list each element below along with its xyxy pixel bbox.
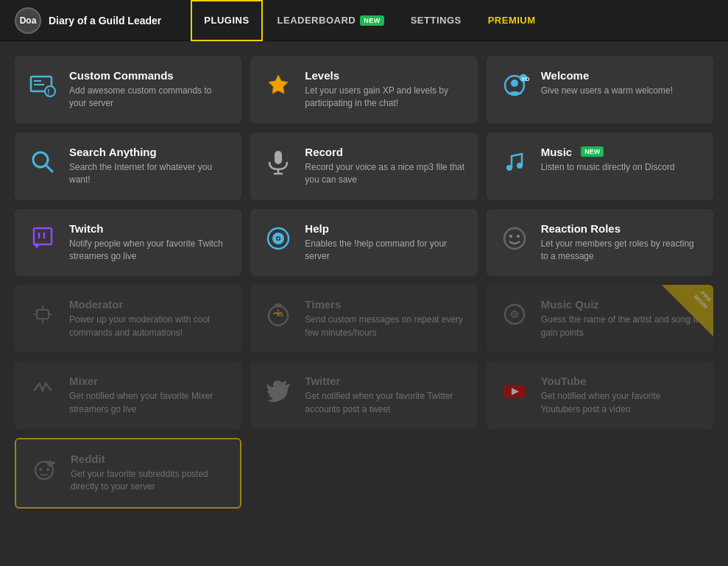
plugin-desc-custom-commands: Add awesome custom commands to your serv… (69, 85, 230, 110)
plugin-card-twitch[interactable]: Twitch Notify people when your favorite … (15, 209, 241, 277)
plugin-card-mixer[interactable]: Mixer Get notified when your favorite Mi… (15, 361, 241, 429)
plugin-name-reddit: Reddit (71, 453, 228, 465)
plugin-card-music-quiz[interactable]: PREMIUM Music Quiz Guess the name of the… (487, 285, 713, 353)
plugin-info-help: Help Enables the !help command for your … (305, 222, 465, 263)
plugin-card-reaction-roles[interactable]: Reaction Roles Let your members get role… (487, 209, 713, 277)
svg-point-42 (39, 468, 42, 471)
svg-point-6 (511, 79, 518, 87)
plugin-name-moderator: Moderator (69, 298, 230, 311)
plugin-info-moderator: Moderator Power up your moderation with … (69, 298, 230, 339)
plugin-card-record[interactable]: Record Record your voice as a nice mp3 f… (250, 132, 477, 200)
plugin-icon-musicquiz (498, 298, 531, 330)
plugin-info-timers: Timers Send custom messages on repeat ev… (305, 298, 465, 339)
plugin-desc-twitch: Notify people when your favorite Twitch … (69, 238, 230, 263)
plugin-desc-levels: Let your users gain XP and levels by par… (305, 85, 465, 110)
svg-point-23 (504, 228, 525, 249)
plugin-card-custom-commands[interactable]: ! Custom Commands Add awesome custom com… (15, 56, 241, 124)
svg-text:!: ! (47, 88, 50, 96)
plugin-desc-music: Listen to music directly on Discord (541, 161, 702, 174)
svg-text:YO: YO (521, 76, 529, 82)
plugin-info-search-anything: Search Anything Search the Internet for … (69, 146, 230, 187)
main-content: ! Custom Commands Add awesome custom com… (0, 41, 728, 523)
nav-link-settings[interactable]: SETTINGS (399, 0, 473, 41)
svg-point-43 (46, 468, 49, 471)
plugin-name-levels: Levels (305, 69, 465, 82)
nav-brand: Doa Diary of a Guild Leader (15, 7, 161, 34)
plugin-name-welcome: Welcome (541, 69, 702, 82)
plugin-info-mixer: Mixer Get notified when your favorite Mi… (69, 375, 230, 416)
plugin-desc-record: Record your voice as a nice mp3 file tha… (305, 161, 465, 187)
plugin-card-welcome[interactable]: YO Welcome Give new users a warm welcome… (487, 56, 713, 124)
plugin-info-custom-commands: Custom Commands Add awesome custom comma… (69, 69, 230, 110)
plugin-desc-reaction-roles: Let your members get roles by reacting t… (541, 238, 702, 263)
plugin-icon-levels (262, 69, 294, 102)
plugin-card-levels[interactable]: Levels Let your users gain XP and levels… (250, 56, 477, 124)
plugin-name-search-anything: Search Anything (69, 146, 230, 158)
plugin-info-twitch: Twitch Notify people when your favorite … (69, 222, 230, 263)
plugin-icon-moderator (26, 298, 59, 330)
plugin-name-custom-commands: Custom Commands (69, 69, 230, 82)
nav-logo-text: Doa (20, 15, 37, 26)
plugin-name-music: MusicNEW (541, 146, 702, 158)
plugin-info-youtube: YouTube Get notified when your favorite … (541, 375, 702, 416)
svg-point-15 (517, 163, 523, 169)
plugin-icon-welcome: YO (498, 69, 531, 102)
plugin-icon-custom-commands: ! (26, 69, 59, 102)
svg-point-24 (509, 235, 512, 238)
plugin-desc-timers: Send custom messages on repeat every few… (305, 314, 465, 339)
plugin-icon-youtube (498, 375, 531, 407)
plugin-card-help[interactable]: Help Enables the !help command for your … (250, 209, 477, 277)
plugin-icon-search (26, 146, 59, 178)
plugin-card-moderator[interactable]: Moderator Power up your moderation with … (15, 285, 241, 353)
leaderboard-new-badge: NEW (360, 15, 384, 26)
navbar: Doa Diary of a Guild Leader PLUGINS LEAD… (0, 0, 728, 41)
plugin-name-reaction-roles: Reaction Roles (541, 222, 702, 235)
new-badge: NEW (581, 146, 604, 157)
plugin-card-music[interactable]: MusicNEW Listen to music directly on Dis… (487, 132, 713, 200)
plugin-info-levels: Levels Let your users gain XP and levels… (305, 69, 465, 110)
nav-links: PLUGINS LEADERBOARD NEW SETTINGS PREMIUM (191, 0, 547, 41)
svg-point-14 (506, 165, 512, 171)
plugin-desc-search-anything: Search the Internet for whatever you wan… (69, 161, 230, 187)
svg-rect-11 (275, 151, 282, 164)
plugin-desc-welcome: Give new users a warm welcome! (541, 85, 702, 97)
plugin-info-reaction-roles: Reaction Roles Let your members get role… (541, 222, 702, 263)
plugin-name-twitch: Twitch (69, 222, 230, 235)
plugin-info-record: Record Record your voice as a nice mp3 f… (305, 146, 465, 187)
svg-line-10 (46, 165, 52, 171)
plugin-icon-twitter (262, 375, 294, 407)
nav-link-premium[interactable]: PREMIUM (476, 0, 548, 41)
plugins-grid: ! Custom Commands Add awesome custom com… (15, 56, 713, 509)
svg-point-25 (517, 235, 520, 238)
plugin-card-search-anything[interactable]: Search Anything Search the Internet for … (15, 132, 241, 200)
plugin-name-timers: Timers (305, 298, 465, 311)
plugin-name-youtube: YouTube (541, 375, 702, 387)
plugin-desc-reddit: Get your favorite subreddits posted dire… (71, 468, 228, 494)
plugin-icon-record (262, 146, 294, 178)
plugin-info-reddit: Reddit Get your favorite subreddits post… (71, 453, 228, 494)
nav-link-plugins[interactable]: PLUGINS (191, 0, 262, 41)
plugin-info-welcome: Welcome Give new users a warm welcome! (541, 69, 702, 97)
plugin-card-youtube[interactable]: YouTube Get notified when your favorite … (487, 361, 713, 429)
plugin-icon-music (498, 146, 531, 178)
plugin-icon-mixer (26, 375, 59, 407)
svg-rect-26 (37, 310, 49, 319)
plugin-info-twitter: Twitter Get notified when your favorite … (305, 375, 465, 416)
plugin-card-timers[interactable]: Timers Send custom messages on repeat ev… (250, 285, 477, 353)
plugin-name-twitter: Twitter (305, 375, 465, 387)
plugin-icon-timers (262, 298, 294, 330)
plugin-desc-youtube: Get notified when your favorite Youtuber… (541, 390, 702, 416)
plugin-desc-moderator: Power up your moderation with cool comma… (69, 314, 230, 339)
plugin-desc-help: Enables the !help command for your serve… (305, 238, 465, 263)
svg-rect-16 (34, 228, 52, 244)
plugin-desc-twitter: Get notified when your favorite Twitter … (305, 390, 465, 416)
plugin-desc-mixer: Get notified when your favorite Mixer st… (69, 390, 230, 416)
svg-point-22 (278, 237, 280, 239)
plugin-card-reddit[interactable]: Reddit Get your favorite subreddits post… (15, 438, 241, 509)
nav-link-leaderboard[interactable]: LEADERBOARD NEW (266, 0, 396, 41)
plugin-info-music: MusicNEW Listen to music directly on Dis… (541, 146, 702, 174)
plugin-name-record: Record (305, 146, 465, 158)
plugin-icon-reddit (28, 453, 60, 485)
plugin-card-twitter[interactable]: Twitter Get notified when your favorite … (250, 361, 477, 429)
plugin-icon-help (262, 222, 294, 255)
